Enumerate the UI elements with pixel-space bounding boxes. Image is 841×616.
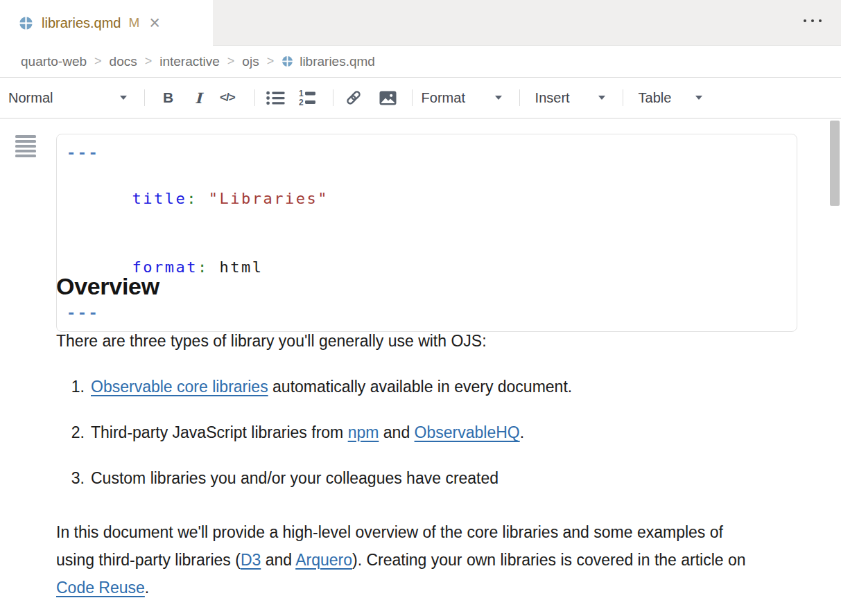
bullet-list-icon — [266, 91, 285, 105]
link-button[interactable] — [345, 89, 362, 106]
insert-menu-label: Insert — [535, 90, 570, 106]
toolbar-divider — [144, 89, 145, 106]
intro-paragraph: There are three types of library you'll … — [56, 332, 487, 351]
list-item-text: . — [520, 423, 524, 441]
format-menu[interactable]: Format — [422, 90, 502, 106]
yaml-colon: : — [198, 258, 209, 276]
yaml-value-title: "Libraries" — [198, 190, 329, 207]
toolbar-divider — [412, 89, 413, 106]
insert-menu[interactable]: Insert — [535, 90, 605, 106]
page-title: Overview — [56, 273, 159, 300]
image-icon — [379, 91, 397, 105]
tab-libraries-qmd[interactable]: libraries.qmd M × — [0, 0, 213, 46]
paragraph-style-value: Normal — [8, 90, 53, 106]
list-item: 2. Third-party JavaScript libraries from… — [56, 423, 572, 441]
chevron-right-icon: > — [227, 54, 235, 69]
yaml-key-title: title — [132, 190, 187, 207]
chevron-right-icon: > — [145, 54, 153, 69]
tab-bar: libraries.qmd M × — [0, 0, 841, 46]
breadcrumb: quarto-web > docs > interactive > ojs > … — [0, 46, 841, 78]
quarto-icon — [19, 16, 33, 30]
italic-button[interactable]: I — [195, 89, 202, 107]
yaml-colon: : — [187, 190, 198, 207]
paragraph-text: ). Creating your own libraries is covere… — [352, 551, 746, 569]
toolbar-divider — [519, 89, 520, 106]
image-button[interactable] — [379, 91, 397, 105]
list-item-number: 3. — [56, 469, 85, 487]
chevron-right-icon: > — [267, 54, 275, 69]
chevron-down-icon — [120, 96, 127, 100]
formatting-toolbar: Normal B I </> 1 2 — [0, 78, 841, 118]
outro-paragraph: In this document we'll provide a high-le… — [56, 518, 758, 601]
table-menu-label: Table — [639, 90, 672, 106]
yaml-delimiter: --- — [67, 144, 99, 161]
modified-badge: M — [128, 15, 139, 30]
list-item-number: 2. — [56, 423, 85, 441]
list-item-text: automatically available in every documen… — [268, 378, 573, 396]
chevron-down-icon — [495, 96, 502, 100]
breadcrumb-item-docs[interactable]: docs — [110, 54, 137, 69]
list-item-number: 1. — [56, 378, 85, 396]
chevron-down-icon — [695, 96, 702, 100]
format-menu-label: Format — [422, 90, 465, 106]
bold-button[interactable]: B — [163, 89, 173, 106]
toolbar-divider — [333, 89, 333, 106]
list-item-text: and — [379, 423, 414, 441]
breadcrumb-item-ojs[interactable]: ojs — [242, 54, 259, 69]
link-arquero[interactable]: Arquero — [295, 551, 352, 569]
chevron-right-icon: > — [94, 54, 102, 69]
list-item-text: Custom libraries you and/or your colleag… — [91, 469, 498, 487]
numbered-list-button[interactable]: 1 2 — [299, 90, 318, 106]
paragraph-text: . — [145, 579, 149, 597]
paragraph-style-dropdown[interactable]: Normal — [8, 90, 127, 106]
visual-editor-window: libraries.qmd M × quarto-web > docs > in… — [0, 0, 841, 616]
link-code-reuse[interactable]: Code Reuse — [56, 579, 145, 597]
yaml-value-format: html — [209, 258, 263, 276]
toolbar-divider — [254, 89, 255, 106]
svg-text:2: 2 — [299, 98, 304, 106]
list-item: 1. Observable core libraries automatical… — [56, 378, 572, 396]
quarto-icon — [281, 55, 293, 67]
list-item-text: Third-party JavaScript libraries from — [91, 423, 348, 441]
vertical-scrollbar-thumb[interactable] — [830, 121, 840, 206]
paragraph-text: and — [261, 551, 295, 569]
breadcrumb-filename: libraries.qmd — [300, 54, 375, 69]
link-npm[interactable]: npm — [348, 423, 379, 441]
yaml-delimiter: --- — [67, 304, 99, 322]
numbered-list: 1. Observable core libraries automatical… — [56, 378, 572, 515]
breadcrumb-item-quarto-web[interactable]: quarto-web — [21, 54, 87, 69]
yaml-front-matter-block[interactable]: --- title: "Libraries" format: html --- — [56, 134, 797, 332]
ellipsis-icon[interactable] — [804, 19, 822, 22]
bullet-list-button[interactable] — [266, 91, 285, 105]
code-button[interactable]: </> — [220, 91, 235, 105]
close-icon[interactable]: × — [149, 15, 160, 31]
tab-filename: libraries.qmd — [42, 15, 121, 31]
link-observable-core-libraries[interactable]: Observable core libraries — [91, 378, 268, 396]
numbered-list-icon: 1 2 — [299, 90, 318, 106]
link-d3[interactable]: D3 — [241, 551, 261, 569]
toolbar-divider — [623, 89, 623, 106]
chevron-down-icon — [598, 96, 605, 100]
drag-handle-icon[interactable] — [15, 135, 36, 159]
breadcrumb-item-interactive[interactable]: interactive — [159, 54, 220, 69]
link-icon — [345, 89, 362, 106]
link-observablehq[interactable]: ObservableHQ — [415, 423, 520, 441]
breadcrumb-item-file[interactable]: libraries.qmd — [281, 54, 375, 69]
list-item: 3. Custom libraries you and/or your coll… — [56, 469, 572, 487]
table-menu[interactable]: Table — [639, 90, 702, 106]
